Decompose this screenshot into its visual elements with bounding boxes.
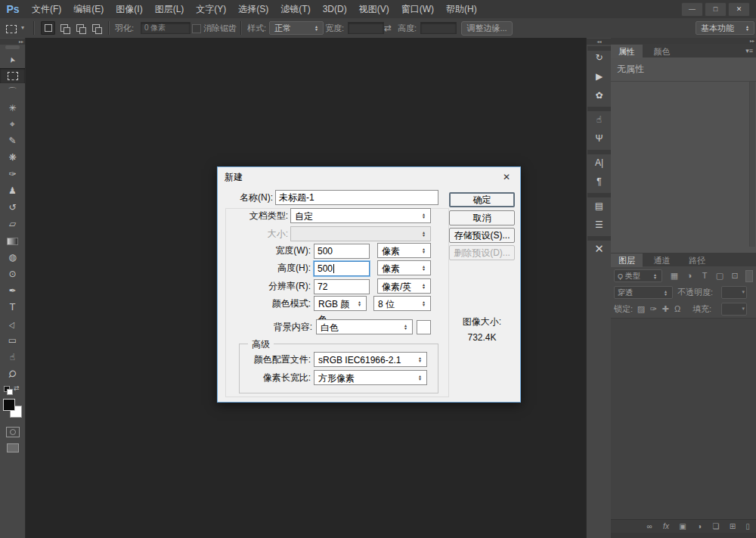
workspace-select[interactable]: 基本功能: [696, 21, 754, 35]
dock-group-divider[interactable]: [587, 236, 611, 241]
swap-dimensions-icon[interactable]: ⇄: [384, 18, 392, 38]
tool-preset-arrow-icon[interactable]: ▾: [21, 18, 24, 38]
dialog-titlebar[interactable]: 新建 ✕: [218, 167, 520, 187]
style-select[interactable]: 正常: [269, 21, 324, 35]
width-unit-select[interactable]: 像素: [377, 243, 431, 258]
toolbar-grip[interactable]: [5, 45, 20, 49]
background-color-chip[interactable]: [417, 320, 431, 334]
filter-type-layers-icon[interactable]: T: [699, 268, 711, 283]
tab-layers[interactable]: 图层: [611, 253, 643, 267]
zoom-tool[interactable]: Ϙ: [0, 366, 25, 381]
dialog-close-button[interactable]: ✕: [499, 167, 514, 187]
feather-input[interactable]: 0 像素: [141, 22, 191, 34]
rectangle-tool[interactable]: ▭: [0, 333, 25, 348]
pixel-aspect-select[interactable]: 方形像素: [314, 370, 427, 385]
properties-scrollbar[interactable]: [749, 82, 755, 247]
color-profile-select[interactable]: sRGB IEC61966-2.1: [314, 352, 427, 367]
history-brush-tool[interactable]: ↺: [0, 200, 25, 215]
path-selection-tool[interactable]: ▷: [0, 316, 25, 331]
default-colors-icon-bg[interactable]: [7, 389, 13, 395]
tab-color[interactable]: 颜色: [646, 45, 677, 58]
new-selection-button[interactable]: [41, 21, 55, 35]
color-mode-select[interactable]: RGB 颜色: [314, 296, 367, 311]
doc-type-select[interactable]: 自定: [290, 208, 431, 223]
save-preset-button[interactable]: 存储预设(S)...: [449, 228, 515, 243]
add-selection-button[interactable]: [57, 21, 71, 35]
3d-materials-panel-button[interactable]: ✿: [587, 88, 612, 103]
resolution-unit-select[interactable]: 像素/英寸: [377, 278, 431, 294]
menu-filter[interactable]: 滤镜(T): [274, 0, 316, 18]
quick-selection-tool[interactable]: ✳: [0, 101, 25, 116]
quick-mask-button[interactable]: [6, 427, 20, 437]
character-panel-button[interactable]: A|: [587, 155, 612, 170]
lasso-tool[interactable]: ⌒: [0, 84, 25, 99]
3d-panel-button[interactable]: ↻: [587, 50, 612, 65]
menu-help[interactable]: 帮助(H): [440, 0, 483, 18]
menu-type[interactable]: 文字(Y): [190, 0, 232, 18]
actions-panel-button[interactable]: ▶: [587, 69, 612, 84]
rectangular-marquee-tool[interactable]: [0, 68, 25, 83]
blend-mode-select[interactable]: 穿透: [614, 286, 673, 299]
move-tool[interactable]: ➤: [0, 51, 25, 67]
new-layer-icon[interactable]: ⊞: [726, 520, 739, 533]
maximize-button[interactable]: □: [705, 2, 727, 17]
paragraph-panel-button[interactable]: ¶: [587, 174, 612, 189]
eraser-tool[interactable]: ▱: [0, 216, 25, 232]
filter-pixel-layers-icon[interactable]: ▦: [668, 268, 680, 283]
panels-collapse-button[interactable]: ▸▸: [611, 38, 756, 44]
bit-depth-select[interactable]: 8 位: [373, 296, 431, 311]
menu-file[interactable]: 文件(F): [26, 0, 67, 18]
menu-window[interactable]: 窗口(W): [395, 0, 440, 18]
spot-healing-brush-tool[interactable]: ❋: [0, 150, 25, 165]
dock-group-divider[interactable]: [587, 107, 611, 111]
close-button[interactable]: ✕: [728, 2, 750, 17]
layer-mask-icon[interactable]: ▣: [676, 520, 689, 533]
cancel-button[interactable]: 取消: [449, 210, 515, 225]
crop-tool[interactable]: ⌖: [0, 117, 25, 132]
type-tool[interactable]: T: [0, 300, 25, 315]
screen-mode-button[interactable]: [7, 443, 19, 452]
lock-position-icon[interactable]: ✚: [659, 301, 671, 316]
menu-edit[interactable]: 编辑(E): [67, 0, 110, 18]
lock-paint-icon[interactable]: ✑: [647, 301, 659, 316]
dock-group-divider[interactable]: [587, 193, 611, 197]
tab-properties[interactable]: 属性: [611, 45, 643, 58]
ok-button[interactable]: 确定: [449, 192, 515, 207]
hand-tool[interactable]: ☝: [0, 350, 25, 365]
height-input[interactable]: [420, 22, 457, 34]
character-styles-panel-button[interactable]: ▤: [587, 198, 612, 213]
intersect-selection-button[interactable]: [88, 21, 103, 35]
antialias-checkbox[interactable]: [192, 24, 201, 33]
filter-shape-layers-icon[interactable]: ▢: [714, 268, 726, 283]
menu-select[interactable]: 选择(S): [232, 0, 274, 18]
filter-adjustment-layers-icon[interactable]: ◑: [683, 268, 696, 283]
dodge-tool[interactable]: ⊙: [0, 266, 25, 281]
dock-collapse-button[interactable]: ◂◂: [587, 39, 612, 45]
properties-panel-menu-icon[interactable]: ▾≡: [745, 46, 753, 55]
width-input[interactable]: [348, 22, 384, 34]
link-layers-icon[interactable]: ∞: [643, 520, 656, 533]
resolution-input[interactable]: 72: [314, 279, 370, 294]
menu-view[interactable]: 视图(V): [353, 0, 395, 18]
name-input[interactable]: 未标题-1: [275, 190, 438, 205]
brush-presets-panel-button[interactable]: ✕: [587, 241, 612, 257]
tool-preset-icon[interactable]: [6, 22, 17, 36]
3d-mesh-panel-button[interactable]: ☝: [587, 112, 612, 127]
layer-effects-icon[interactable]: fx: [659, 520, 673, 533]
brush-tool[interactable]: ✑: [0, 166, 25, 182]
opacity-select[interactable]: [721, 286, 747, 299]
menu-image[interactable]: 图像(I): [110, 0, 148, 18]
layers-list[interactable]: [611, 318, 756, 520]
tab-paths[interactable]: 路径: [681, 253, 713, 267]
toolbar-collapse-button[interactable]: ▸▸: [0, 39, 25, 45]
clone-stamp-tool[interactable]: ♟: [0, 183, 25, 198]
lock-transparency-icon[interactable]: ▨: [635, 301, 647, 316]
fill-select[interactable]: [721, 303, 747, 316]
minimize-button[interactable]: —: [681, 2, 703, 17]
swap-colors-icon[interactable]: ⇄: [14, 384, 20, 392]
tab-channels[interactable]: 通道: [646, 253, 677, 267]
height-input[interactable]: 500: [314, 261, 370, 276]
menu-3d[interactable]: 3D(D): [317, 0, 353, 18]
dock-group-divider[interactable]: [587, 150, 611, 154]
lock-all-icon[interactable]: Ω: [671, 301, 683, 316]
